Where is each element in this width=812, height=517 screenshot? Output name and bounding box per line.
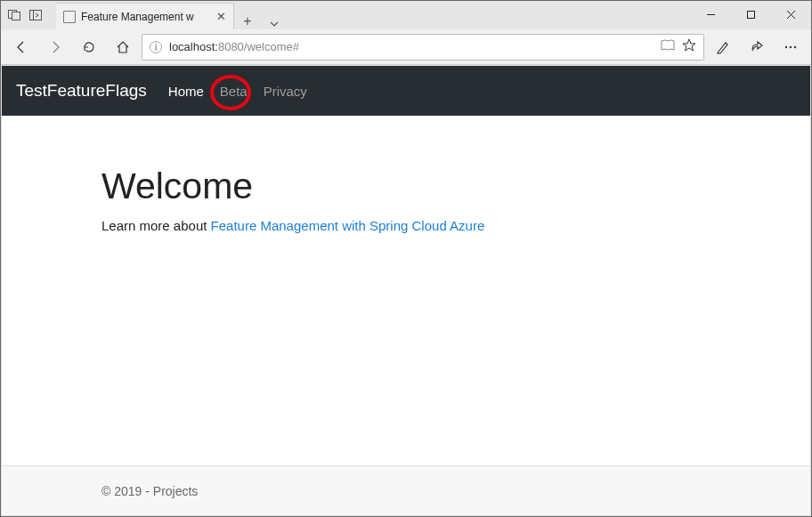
svg-point-9 <box>790 45 792 47</box>
reading-view-icon[interactable] <box>661 39 675 55</box>
home-button[interactable] <box>108 32 138 62</box>
url-text[interactable]: localhost:8080/welcome# <box>169 40 654 53</box>
brand-text[interactable]: TestFeatureFlags <box>16 81 147 101</box>
browser-tab[interactable]: Feature Management w ✕ <box>56 3 234 29</box>
url-host: localhost: <box>169 40 218 53</box>
more-button[interactable] <box>775 32 806 62</box>
maximize-button[interactable] <box>731 1 771 28</box>
page-heading: Welcome <box>102 166 810 207</box>
svg-rect-1 <box>12 12 20 20</box>
url-path: 8080/welcome# <box>218 40 299 53</box>
window-titlebar: Feature Management w ✕ + <box>1 1 811 29</box>
svg-point-10 <box>794 45 796 47</box>
footer-text: © 2019 - Projects <box>102 484 198 498</box>
minimize-button[interactable] <box>691 1 731 28</box>
page-content: TestFeatureFlags Home Beta Privacy Welco… <box>2 66 810 515</box>
back-button[interactable] <box>6 32 37 62</box>
svg-point-8 <box>785 45 787 47</box>
address-box[interactable]: i localhost:8080/welcome# <box>142 34 704 61</box>
set-aside-icon[interactable] <box>8 9 20 21</box>
favorite-icon[interactable] <box>682 38 696 56</box>
site-info-icon[interactable]: i <box>150 41 162 53</box>
nav-link-privacy[interactable]: Privacy <box>262 80 309 102</box>
nav-link-beta[interactable]: Beta <box>218 80 249 102</box>
tab-chevron-icon[interactable] <box>261 19 288 29</box>
page-icon <box>63 11 76 23</box>
page-footer: © 2019 - Projects <box>2 465 810 515</box>
tab-title: Feature Management w <box>81 11 211 23</box>
lead-link[interactable]: Feature Management with Spring Cloud Azu… <box>211 218 485 233</box>
close-window-button[interactable] <box>771 1 811 28</box>
window-left-buttons <box>1 1 56 29</box>
address-bar-row: i localhost:8080/welcome# <box>1 29 811 65</box>
lead-text: Learn more about Feature Management with… <box>102 218 810 233</box>
svg-rect-2 <box>30 11 42 20</box>
refresh-button[interactable] <box>74 32 104 62</box>
forward-button[interactable] <box>40 32 70 62</box>
lead-prefix: Learn more about <box>102 218 211 233</box>
close-tab-icon[interactable]: ✕ <box>216 10 226 23</box>
new-tab-button[interactable]: + <box>234 13 261 29</box>
share-button[interactable] <box>742 32 772 62</box>
show-aside-icon[interactable] <box>29 9 42 21</box>
tab-strip: Feature Management w ✕ + <box>56 1 691 29</box>
window-controls <box>691 1 811 29</box>
notes-button[interactable] <box>708 32 738 62</box>
page-body: Welcome Learn more about Feature Managem… <box>2 116 810 465</box>
svg-rect-5 <box>748 11 755 18</box>
site-navbar: TestFeatureFlags Home Beta Privacy <box>2 66 810 116</box>
nav-link-home[interactable]: Home <box>166 80 206 102</box>
